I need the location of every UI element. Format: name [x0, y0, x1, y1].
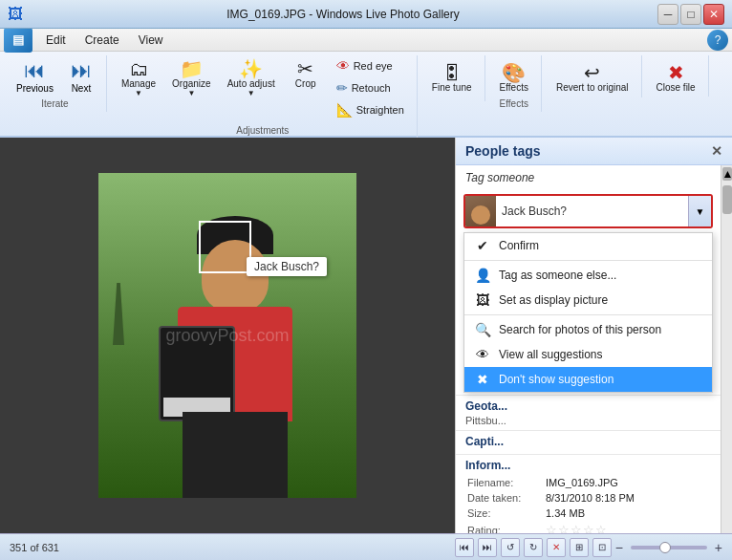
red-eye-icon: 👁	[336, 58, 350, 74]
person-thumb-image	[465, 196, 496, 226]
rotate-left-button[interactable]: ↺	[501, 538, 520, 557]
set-display-icon: 🖼	[474, 292, 491, 308]
next-button[interactable]: ⏭ Next	[62, 55, 100, 97]
pants	[183, 412, 288, 498]
date-label: Date taken:	[467, 491, 544, 505]
help-button[interactable]: ?	[707, 30, 728, 51]
date-value: 8/31/2010 8:18 PM	[546, 491, 709, 505]
dropdown-divider-1	[464, 260, 712, 261]
revert-icon: ↩	[584, 63, 600, 82]
panel-title: People tags	[465, 143, 541, 159]
delete-button[interactable]: ✕	[547, 538, 566, 557]
view-suggestions-menu-item[interactable]: 👁 View all suggestions	[464, 342, 712, 367]
retouch-button[interactable]: ✏ Retouch	[330, 77, 411, 98]
menu-view[interactable]: View	[129, 31, 173, 50]
info-section: Inform... Filename: IMG_0169.JPG Date ta…	[456, 454, 721, 533]
menu-edit[interactable]: Edit	[36, 31, 75, 50]
rating-stars[interactable]: ☆☆☆☆☆	[546, 523, 608, 533]
status-controls: ⏮ ⏭ ↺ ↻ ✕ ⊞ ⊡ − +	[455, 538, 722, 557]
straighten-icon: 📐	[336, 102, 353, 118]
person-name-input[interactable]	[496, 201, 688, 222]
fine-tune-icon: 🎛	[442, 63, 462, 82]
zoom-thumb[interactable]	[659, 542, 671, 553]
ribbon-group-iterate: ⏮ Previous ⏭ Next Iterate	[4, 55, 107, 112]
thumb-face	[471, 205, 490, 225]
app-orb-button[interactable]: ▤	[4, 28, 32, 53]
organize-button[interactable]: 📁 Organize ▼	[165, 55, 218, 101]
effects-label: Effects	[500, 98, 528, 112]
previous-button[interactable]: ⏮ Previous	[10, 55, 60, 97]
crop-icon: ✂	[297, 59, 313, 78]
person-dropdown-menu: ✔ Confirm 👤 Tag as someone else... 🖼 Set…	[463, 232, 713, 393]
main-content: Jack Busch? groovyPost.com People tags ✕…	[0, 138, 732, 533]
minimize-button[interactable]: ─	[657, 4, 678, 25]
watermark: groovyPost.com	[165, 326, 289, 346]
table-row: Size: 1.34 MB	[467, 506, 709, 520]
info-title: Inform...	[465, 459, 711, 472]
window-controls: ─ □ ✕	[657, 4, 724, 25]
retouch-icon: ✏	[336, 80, 348, 96]
rating-value: ☆☆☆☆☆	[546, 522, 709, 533]
close-window-button[interactable]: ✕	[703, 4, 724, 25]
close-file-button[interactable]: ✖ Close file	[650, 59, 702, 97]
organize-icon: 📁	[180, 59, 204, 78]
tag-as-menu-item[interactable]: 👤 Tag as someone else...	[464, 263, 712, 288]
zoom-slider[interactable]	[631, 546, 707, 549]
geotag-title: Geota...	[465, 399, 711, 413]
ribbon-group-revert: ↩ Revert to original	[544, 55, 642, 97]
adjustments-label: Adjustments	[236, 125, 289, 139]
ribbon-group-effects: 🎨 Effects Effects	[487, 55, 542, 112]
maximize-button[interactable]: □	[680, 4, 701, 25]
effects-button[interactable]: 🎨 Effects	[493, 59, 535, 97]
panel-scrollbar[interactable]: ▲	[721, 165, 732, 533]
rating-label: Rating:	[467, 522, 544, 533]
dropdown-divider-2	[464, 314, 712, 315]
confirm-icon: ✔	[474, 238, 491, 253]
person-thumbnail	[465, 196, 496, 226]
photo-container: Jack Busch? groovyPost.com	[98, 173, 356, 498]
set-display-menu-item[interactable]: 🖼 Set as display picture	[464, 288, 712, 312]
face-detection-box	[199, 221, 251, 273]
tag-someone-label: Tag someone	[456, 165, 721, 190]
menu-create[interactable]: Create	[75, 31, 129, 50]
close-panel-button[interactable]: ✕	[711, 143, 722, 159]
confirm-menu-item[interactable]: ✔ Confirm	[464, 233, 712, 258]
table-row: Rating: ☆☆☆☆☆	[467, 522, 709, 533]
ribbon-group-close: ✖ Close file	[644, 55, 709, 97]
prev-photo-button[interactable]: ⏭	[478, 538, 497, 557]
zoom-plus-label[interactable]: +	[715, 540, 722, 555]
ribbon-group-finetune: 🎛 Fine tune	[420, 55, 485, 101]
straighten-button[interactable]: 📐 Straighten	[330, 99, 411, 120]
crop-button[interactable]: ✂ Crop	[285, 55, 327, 93]
scroll-up-arrow[interactable]: ▲	[722, 167, 732, 181]
search-photos-menu-item[interactable]: 🔍 Search for photos of this person	[464, 317, 712, 342]
dont-show-menu-item[interactable]: ✖ Don't show suggestion	[464, 367, 712, 392]
window-title: IMG_0169.JPG - Windows Live Photo Galler…	[29, 8, 657, 21]
compare-button[interactable]: ⊞	[570, 538, 589, 557]
table-row: Date taken: 8/31/2010 8:18 PM	[467, 491, 709, 505]
photo-name-tag: Jack Busch?	[247, 257, 327, 276]
zoom-minus-label[interactable]: −	[615, 540, 623, 555]
rotate-right-button[interactable]: ↻	[524, 538, 543, 557]
red-eye-button[interactable]: 👁 Red eye	[330, 55, 411, 76]
info-table: Filename: IMG_0169.JPG Date taken: 8/31/…	[465, 474, 711, 533]
geotag-content: Pittsbu...	[465, 415, 711, 426]
iterate-group-label: Iterate	[41, 98, 68, 112]
size-label: Size:	[467, 506, 544, 520]
panel-content: Tag someone ▼ ✔ Con	[456, 165, 721, 533]
auto-adjust-button[interactable]: ✨ Auto adjust ▼	[221, 55, 282, 101]
first-photo-button[interactable]: ⏮	[455, 538, 474, 557]
view-mode-button[interactable]: ⊡	[592, 538, 612, 557]
fine-tune-button[interactable]: 🎛 Fine tune	[425, 59, 479, 97]
photo-counter: 351 of 631	[10, 542, 447, 553]
person-tag-row: ▼	[463, 194, 713, 228]
photo-area: Jack Busch? groovyPost.com	[0, 138, 455, 533]
status-bar: 351 of 631 ⏮ ⏭ ↺ ↻ ✕ ⊞ ⊡ − +	[0, 533, 732, 560]
person-dropdown-button[interactable]: ▼	[688, 196, 711, 226]
view-suggestions-icon: 👁	[474, 347, 491, 362]
scroll-thumb[interactable]	[722, 185, 732, 214]
revert-button[interactable]: ↩ Revert to original	[549, 59, 635, 97]
manage-button[interactable]: 🗂 Manage ▼	[115, 55, 162, 101]
manage-icon: 🗂	[129, 59, 148, 78]
app-icon: 🖼	[8, 6, 23, 23]
